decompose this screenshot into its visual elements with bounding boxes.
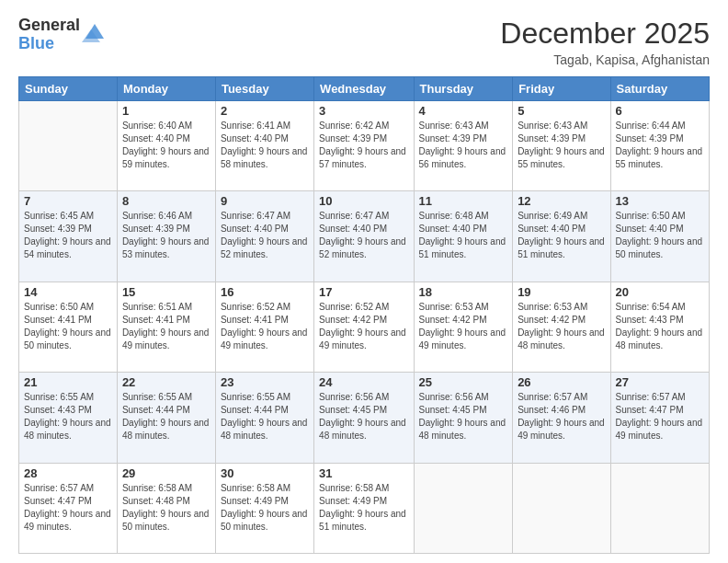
col-friday: Friday (513, 77, 610, 101)
table-row: 28 Sunrise: 6:57 AM Sunset: 4:47 PM Dayl… (19, 463, 118, 553)
sunset-text: Sunset: 4:40 PM (122, 133, 190, 144)
sunset-text: Sunset: 4:45 PM (419, 405, 487, 415)
sunset-text: Sunset: 4:40 PM (221, 224, 289, 234)
sunrise-text: Sunrise: 6:58 AM (319, 483, 389, 493)
table-row: 31 Sunrise: 6:58 AM Sunset: 4:49 PM Dayl… (314, 463, 414, 553)
day-info: Sunrise: 6:44 AM Sunset: 4:39 PM Dayligh… (616, 120, 704, 171)
day-number: 15 (122, 285, 210, 299)
page: General Blue December 2025 Tagab, Kapisa… (0, 0, 728, 563)
daylight-text: Daylight: 9 hours and 53 minutes. (122, 236, 210, 259)
day-number: 27 (616, 375, 704, 389)
sunset-text: Sunset: 4:42 PM (419, 315, 487, 325)
daylight-text: Daylight: 9 hours and 52 minutes. (221, 236, 308, 259)
calendar-table: Sunday Monday Tuesday Wednesday Thursday… (18, 76, 710, 554)
day-number: 31 (319, 466, 408, 480)
day-number: 20 (616, 285, 704, 299)
sunrise-text: Sunrise: 6:41 AM (221, 121, 290, 131)
day-number: 26 (518, 375, 605, 389)
day-info: Sunrise: 6:58 AM Sunset: 4:49 PM Dayligh… (221, 482, 309, 534)
day-info: Sunrise: 6:55 AM Sunset: 4:44 PM Dayligh… (221, 391, 309, 442)
day-number: 17 (319, 285, 408, 299)
sunrise-text: Sunrise: 6:44 AM (616, 121, 686, 131)
location-subtitle: Tagab, Kapisa, Afghanistan (500, 52, 710, 67)
month-title: December 2025 (500, 17, 710, 51)
sunrise-text: Sunrise: 6:57 AM (616, 392, 686, 402)
sunset-text: Sunset: 4:42 PM (319, 315, 387, 325)
sunrise-text: Sunrise: 6:57 AM (24, 483, 94, 493)
table-row (610, 463, 709, 553)
sunset-text: Sunset: 4:41 PM (122, 315, 190, 325)
sunrise-text: Sunrise: 6:58 AM (221, 483, 290, 493)
sunrise-text: Sunrise: 6:40 AM (122, 121, 192, 131)
daylight-text: Daylight: 9 hours and 48 minutes. (319, 418, 406, 441)
sunset-text: Sunset: 4:39 PM (419, 133, 487, 144)
table-row: 1 Sunrise: 6:40 AM Sunset: 4:40 PM Dayli… (117, 101, 215, 191)
day-info: Sunrise: 6:50 AM Sunset: 4:41 PM Dayligh… (24, 301, 112, 352)
day-number: 11 (419, 194, 508, 208)
sunrise-text: Sunrise: 6:54 AM (616, 302, 686, 312)
sunset-text: Sunset: 4:39 PM (122, 224, 190, 234)
daylight-text: Daylight: 9 hours and 57 minutes. (319, 146, 406, 169)
table-row (414, 463, 513, 553)
day-info: Sunrise: 6:53 AM Sunset: 4:42 PM Dayligh… (518, 301, 605, 352)
day-info: Sunrise: 6:57 AM Sunset: 4:47 PM Dayligh… (616, 391, 704, 442)
day-info: Sunrise: 6:58 AM Sunset: 4:48 PM Dayligh… (122, 482, 210, 534)
daylight-text: Daylight: 9 hours and 48 minutes. (419, 418, 506, 441)
sunset-text: Sunset: 4:39 PM (518, 133, 586, 144)
table-row: 23 Sunrise: 6:55 AM Sunset: 4:44 PM Dayl… (215, 373, 313, 463)
day-number: 9 (221, 194, 309, 208)
table-row: 24 Sunrise: 6:56 AM Sunset: 4:45 PM Dayl… (314, 373, 414, 463)
day-number: 13 (616, 194, 704, 208)
sunset-text: Sunset: 4:47 PM (616, 405, 684, 415)
sunrise-text: Sunrise: 6:55 AM (24, 392, 94, 402)
day-number: 12 (518, 194, 605, 208)
logo-text: General Blue (18, 17, 80, 53)
logo-blue: Blue (18, 35, 80, 53)
daylight-text: Daylight: 9 hours and 51 minutes. (518, 236, 605, 259)
day-number: 19 (518, 285, 605, 299)
table-row: 10 Sunrise: 6:47 AM Sunset: 4:40 PM Dayl… (314, 191, 414, 282)
sunrise-text: Sunrise: 6:53 AM (419, 302, 489, 312)
day-number: 5 (518, 104, 605, 118)
sunset-text: Sunset: 4:39 PM (616, 133, 684, 144)
day-info: Sunrise: 6:43 AM Sunset: 4:39 PM Dayligh… (518, 120, 605, 171)
col-wednesday: Wednesday (314, 77, 414, 101)
day-number: 2 (221, 104, 309, 118)
daylight-text: Daylight: 9 hours and 49 minutes. (221, 327, 308, 350)
table-row (19, 101, 118, 191)
sunrise-text: Sunrise: 6:52 AM (319, 302, 389, 312)
calendar-header-row: Sunday Monday Tuesday Wednesday Thursday… (19, 77, 710, 101)
table-row: 6 Sunrise: 6:44 AM Sunset: 4:39 PM Dayli… (610, 101, 709, 191)
day-number: 7 (24, 194, 112, 208)
sunrise-text: Sunrise: 6:43 AM (419, 121, 489, 131)
table-row: 13 Sunrise: 6:50 AM Sunset: 4:40 PM Dayl… (610, 191, 709, 282)
daylight-text: Daylight: 9 hours and 55 minutes. (518, 146, 605, 169)
sunset-text: Sunset: 4:44 PM (221, 405, 289, 415)
daylight-text: Daylight: 9 hours and 49 minutes. (616, 418, 703, 441)
day-number: 14 (24, 285, 112, 299)
daylight-text: Daylight: 9 hours and 48 minutes. (518, 327, 605, 350)
day-info: Sunrise: 6:45 AM Sunset: 4:39 PM Dayligh… (24, 210, 112, 261)
table-row: 21 Sunrise: 6:55 AM Sunset: 4:43 PM Dayl… (19, 373, 118, 463)
table-row: 16 Sunrise: 6:52 AM Sunset: 4:41 PM Dayl… (215, 282, 313, 372)
day-number: 30 (221, 466, 309, 480)
sunrise-text: Sunrise: 6:47 AM (319, 211, 389, 221)
col-tuesday: Tuesday (215, 77, 313, 101)
sunset-text: Sunset: 4:41 PM (24, 315, 92, 325)
table-row: 9 Sunrise: 6:47 AM Sunset: 4:40 PM Dayli… (215, 191, 313, 282)
table-row: 19 Sunrise: 6:53 AM Sunset: 4:42 PM Dayl… (513, 282, 610, 372)
day-info: Sunrise: 6:52 AM Sunset: 4:42 PM Dayligh… (319, 301, 408, 352)
sunset-text: Sunset: 4:40 PM (616, 224, 684, 234)
day-info: Sunrise: 6:47 AM Sunset: 4:40 PM Dayligh… (319, 210, 408, 261)
daylight-text: Daylight: 9 hours and 48 minutes. (24, 418, 111, 441)
sunrise-text: Sunrise: 6:51 AM (122, 302, 192, 312)
sunrise-text: Sunrise: 6:43 AM (518, 121, 587, 131)
sunset-text: Sunset: 4:39 PM (319, 133, 387, 144)
day-info: Sunrise: 6:56 AM Sunset: 4:45 PM Dayligh… (419, 391, 508, 442)
table-row: 30 Sunrise: 6:58 AM Sunset: 4:49 PM Dayl… (215, 463, 313, 553)
logo-icon (82, 20, 108, 46)
table-row: 20 Sunrise: 6:54 AM Sunset: 4:43 PM Dayl… (610, 282, 709, 372)
table-row: 17 Sunrise: 6:52 AM Sunset: 4:42 PM Dayl… (314, 282, 414, 372)
day-number: 8 (122, 194, 210, 208)
sunrise-text: Sunrise: 6:57 AM (518, 392, 587, 402)
